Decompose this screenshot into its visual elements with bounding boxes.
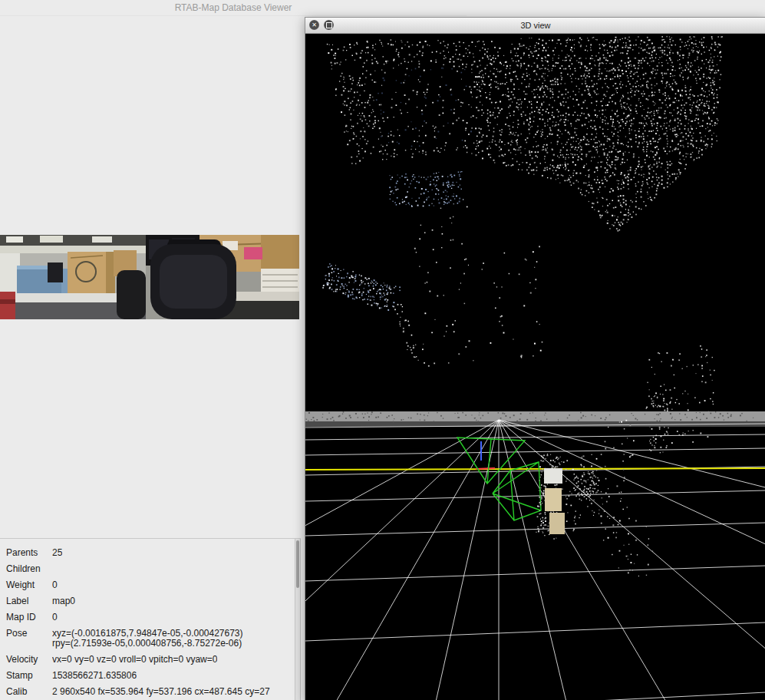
3d-view-titlebar-buttons: ✕ bbox=[309, 20, 334, 30]
camera-image-left[interactable] bbox=[0, 235, 146, 319]
info-row: Stamp 1538566271.635806 bbox=[6, 671, 293, 681]
window-title: RTAB-Map Database Viewer bbox=[175, 2, 292, 13]
float-button[interactable] bbox=[324, 20, 334, 30]
close-button[interactable]: ✕ bbox=[309, 20, 319, 30]
3d-view-title: 3D view bbox=[520, 21, 550, 30]
3d-view-titlebar[interactable]: ✕ 3D view bbox=[305, 18, 765, 34]
info-value: 0 bbox=[52, 580, 58, 590]
info-label: Weight bbox=[6, 580, 52, 590]
info-value: 25 bbox=[52, 548, 62, 558]
info-row: Pose xyz=(-0.00161875,7.94847e-05,-0.000… bbox=[6, 629, 293, 649]
close-icon: ✕ bbox=[312, 22, 317, 28]
camera-image-right[interactable] bbox=[146, 235, 299, 319]
info-row: Calib 2 960x540 fx=535.964 fy=537.196 cx… bbox=[6, 687, 293, 697]
info-value: vx=0 vy=0 vz=0 vroll=0 vpitch=0 vyaw=0 bbox=[52, 655, 217, 665]
float-icon bbox=[326, 22, 332, 28]
info-label: Parents bbox=[6, 548, 52, 558]
info-value: xyz=(-0.00161875,7.94847e-05,-0.00042767… bbox=[52, 629, 243, 649]
info-label: Velocity bbox=[6, 655, 52, 665]
camera-image-strip bbox=[0, 235, 299, 319]
info-rows: Parents 25 Children Weight 0 Label map0 … bbox=[6, 548, 293, 697]
info-value: map0 bbox=[52, 596, 75, 606]
info-row: Velocity vx=0 vy=0 vz=0 vroll=0 vpitch=0… bbox=[6, 655, 293, 665]
database-viewer-titlebar[interactable]: RTAB-Map Database Viewer bbox=[0, 0, 467, 16]
info-label: Calib bbox=[6, 687, 52, 697]
pointcloud-viewport[interactable] bbox=[305, 34, 765, 700]
info-label: Stamp bbox=[6, 671, 52, 681]
info-label: Children bbox=[6, 564, 52, 574]
info-value: 2 960x540 fx=535.964 fy=537.196 cx=487.6… bbox=[52, 687, 270, 697]
info-label: Label bbox=[6, 596, 52, 606]
3d-view-window: ✕ 3D view bbox=[305, 17, 765, 700]
info-row: Label map0 bbox=[6, 596, 293, 606]
node-info-panel: Parents 25 Children Weight 0 Label map0 … bbox=[0, 538, 301, 700]
info-row: Parents 25 bbox=[6, 548, 293, 558]
info-value: 1538566271.635806 bbox=[52, 671, 137, 681]
info-label: Map ID bbox=[6, 612, 52, 622]
info-label: Pose bbox=[6, 629, 52, 649]
info-row: Children bbox=[6, 564, 293, 574]
info-row: Map ID 0 bbox=[6, 612, 293, 622]
3d-viewport bbox=[305, 34, 765, 700]
info-value: 0 bbox=[52, 612, 58, 622]
info-scrollbar-thumb[interactable] bbox=[296, 540, 299, 588]
info-scrollbar[interactable] bbox=[295, 539, 301, 700]
info-row: Weight 0 bbox=[6, 580, 293, 590]
